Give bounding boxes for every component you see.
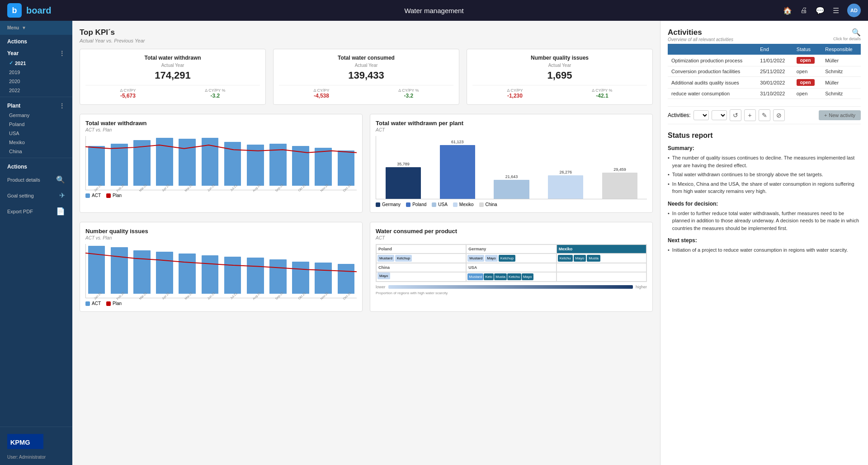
activity-status-2: open	[793, 77, 821, 89]
quality-bar-chart: Jan.21Feb.21Mär.21Apr.21Mai.21Jun.21Jul.…	[85, 244, 357, 298]
sidebar-divider-2	[0, 158, 72, 158]
plant-options-icon[interactable]: ⋮	[59, 103, 65, 109]
heatmap-usa-label: USA	[466, 263, 556, 272]
chart-quality-issues-subtitle: ACT vs. Plan	[85, 235, 357, 240]
bar-col-q-8: Sep.21	[267, 246, 288, 298]
table-row[interactable]: Additional audits quality issues30/01/20…	[668, 77, 861, 89]
bar-rect-1	[111, 144, 128, 186]
bar-rect-q-3	[156, 252, 173, 294]
sidebar-item-china[interactable]: China	[0, 147, 72, 156]
plant-bar-val-0: 35,789	[397, 162, 410, 166]
activities-add-btn[interactable]: +	[744, 109, 756, 121]
bar-rect-q-10	[315, 263, 332, 294]
year-options-icon[interactable]: ⋮	[59, 50, 65, 56]
new-activity-button[interactable]: + New activity	[819, 110, 861, 120]
print-icon[interactable]: 🖨	[800, 6, 807, 14]
sidebar-item-2020[interactable]: 2020	[0, 77, 72, 86]
chart-water-withdrawn-legend: ACT Plan	[85, 193, 357, 198]
bar-col-q-1: Feb.21	[108, 246, 130, 298]
bar-rect-q-11	[338, 264, 355, 294]
activities-refresh-btn[interactable]: ↺	[730, 109, 741, 121]
sr-summary-heading: Summary:	[668, 145, 861, 151]
top-nav: b board Water management 🏠 🖨 💬 ☰ AD	[0, 0, 868, 21]
col-status: Status	[793, 44, 821, 55]
table-row[interactable]: Optimization production process11/01/202…	[668, 55, 861, 66]
sidebar-item-2019[interactable]: 2019	[0, 68, 72, 77]
chat-icon[interactable]: 💬	[816, 6, 825, 15]
bar-col-4: Mai.21	[177, 138, 198, 190]
plant-bar-rect-0	[386, 167, 421, 199]
sidebar-item-2021[interactable]: ✓ 2021	[0, 58, 72, 68]
sidebar-item-poland[interactable]: Poland	[0, 120, 72, 129]
status-badge: open	[797, 57, 815, 64]
sidebar-export-pdf[interactable]: Export PDF 📄	[0, 203, 72, 219]
activities-dropdown-2[interactable]	[712, 110, 727, 120]
sidebar-item-2022[interactable]: 2022	[0, 86, 72, 95]
bar-col-3: Apr.21	[154, 138, 175, 190]
activity-name-2: Additional audits quality issues	[668, 77, 756, 89]
chart-water-per-plant-title: Total water withdrawn per plant	[376, 120, 647, 127]
kpi-delta1-val-3: -1,230	[507, 93, 523, 99]
heatmap-poland-products: Mustard Ketchup	[376, 254, 466, 263]
chart-water-per-product-subtitle: ACT	[376, 235, 647, 240]
table-row[interactable]: Conversion production facilities25/11/20…	[668, 66, 861, 77]
home-icon[interactable]: 🏠	[783, 6, 792, 15]
check-icon: ✓	[9, 60, 13, 66]
chart-quality-issues: Number quality issues ACT vs. Plan Jan.2…	[80, 222, 363, 312]
plant-bar-rect-1	[440, 145, 475, 199]
activities-toolbar-label: Activities:	[668, 112, 691, 118]
kpi-deltas-1: Δ CY/PY -5,673 Δ CY/PY % -3.2	[85, 85, 260, 99]
activities-dropdown-1[interactable]	[693, 110, 709, 120]
logo-b-icon[interactable]: b	[7, 3, 22, 18]
sidebar-item-mexiko[interactable]: Mexiko	[0, 138, 72, 147]
menu-icon[interactable]: ☰	[833, 6, 839, 15]
plant-bar-rect-4	[602, 173, 637, 199]
logo-text: board	[26, 5, 52, 16]
heatmap-china-products: Mayo	[376, 272, 466, 282]
bar-rect-5	[202, 138, 219, 186]
charts-row-1: Total water withdrawn ACT vs. Plan Jan.2…	[80, 114, 653, 213]
activities-edit-btn[interactable]: ✎	[759, 109, 770, 121]
sr-summary-bullets: The number of quality issues continues t…	[668, 154, 861, 195]
activities-table: End Status Responsible Optimization prod…	[668, 44, 861, 99]
bar-col-q-9: Okt.21	[290, 246, 311, 298]
sidebar-item-germany[interactable]: Germany	[0, 111, 72, 120]
pdf-icon: 📄	[56, 207, 65, 216]
kpi-card-quality-issues: Number quality issues Actual Year 1,695 …	[467, 49, 653, 105]
activity-responsible-1: Schmitz	[821, 66, 861, 77]
sidebar-product-details[interactable]: Product details 🔍	[0, 172, 72, 188]
avatar[interactable]: AD	[847, 4, 861, 17]
activities-search-icon[interactable]: 🔍	[833, 28, 861, 37]
kpi-delta1-val-1: -5,673	[120, 93, 136, 99]
bar-rect-9	[292, 146, 309, 186]
plus-icon: +	[824, 113, 827, 118]
bar-col-q-5: Jun.21	[199, 246, 221, 298]
chart-water-per-product: Water consumed per product ACT Poland Ge…	[370, 222, 653, 312]
heatmap-china-label: China	[376, 263, 466, 272]
chart-water-withdrawn-wrapper: Jan.21Feb.21Mär.21Apr.21Mai.21Jun.21Jul.…	[85, 136, 357, 190]
sidebar-section-actions-1: Actions	[0, 35, 72, 47]
bar-col-6: Jul.21	[222, 138, 243, 190]
table-row[interactable]: reduce water consumption31/10/2022openSc…	[668, 89, 861, 99]
sidebar-menu[interactable]: Menu ▼	[0, 21, 72, 35]
sidebar-item-usa[interactable]: USA	[0, 129, 72, 138]
bar-col-q-7: Aug.21	[245, 246, 266, 298]
content-area: Top KPI´s Actual Year vs. Previous Year …	[72, 21, 660, 465]
activity-name-0: Optimization production process	[668, 55, 756, 66]
list-item: Initiation of a project to reduce water …	[668, 246, 861, 254]
col-activity	[668, 44, 756, 55]
plant-bars: 35,78961,12321,64326,27629,459	[376, 136, 647, 199]
sr-nextsteps-heading: Next steps:	[668, 237, 861, 244]
bar-col-q-0: Jan.21	[86, 246, 107, 298]
sidebar-goal-setting[interactable]: Goal setting ✈	[0, 188, 72, 203]
activity-name-1: Conversion production facilities	[668, 66, 756, 77]
sr-decision: Needs for decision: In order to further …	[668, 201, 861, 232]
activities-delete-btn[interactable]: ⊘	[773, 109, 785, 121]
activity-end-0: 11/01/2022	[756, 55, 793, 66]
kpi-card-title-2: Total water consumed	[279, 55, 453, 61]
water-withdrawn-bar-chart: Jan.21Feb.21Mär.21Apr.21Mai.21Jun.21Jul.…	[85, 136, 357, 190]
plant-bar-val-4: 29,459	[613, 167, 626, 172]
bar-rect-2	[133, 140, 151, 186]
bar-rect-8	[269, 144, 287, 186]
heatmap-poland-label: Poland	[376, 244, 466, 254]
